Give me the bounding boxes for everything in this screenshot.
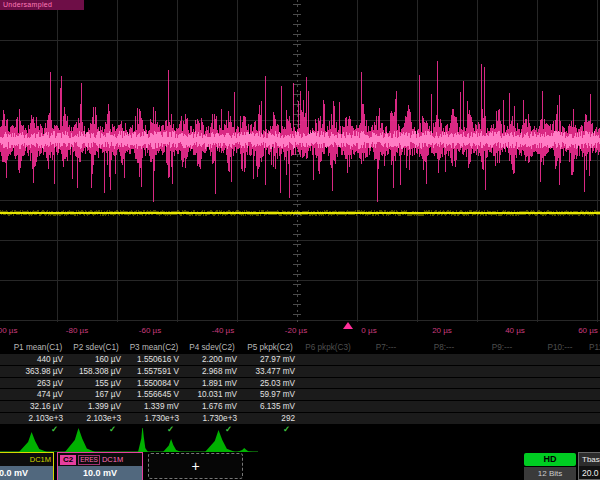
parameter-value [299, 366, 357, 378]
parameter-header[interactable]: P1 mean(C1) [9, 341, 67, 354]
channel-c1-descriptor[interactable]: DC1M 10.0 mV [0, 452, 54, 480]
time-axis-label: -60 µs [139, 326, 161, 335]
parameter-value: 292 [241, 413, 299, 425]
hd-bits-label: 12 Bits [524, 467, 576, 480]
parameter-value: 263 µV [9, 378, 67, 390]
parameter-value [589, 413, 600, 425]
parameter-value: 27.97 mV [241, 354, 299, 366]
time-axis-label: -100 µs [0, 326, 17, 335]
parameter-histicon [163, 439, 181, 452]
parameter-histicon [205, 430, 235, 452]
parameter-value [299, 401, 357, 413]
parameter-value: 1.399 µV [67, 401, 125, 413]
measurement-value-row: 440 µV160 µV1.550616 V2.200 mV27.97 mV [0, 354, 600, 366]
parameter-header[interactable]: P5 pkpk(C2) [241, 341, 299, 354]
table-spacer [0, 401, 9, 413]
parameter-header[interactable]: P7:--- [357, 341, 415, 354]
parameter-value: 158.308 µV [67, 366, 125, 378]
parameter-header[interactable]: P10:--- [531, 341, 589, 354]
measurement-table[interactable]: P1 mean(C1)P2 sdev(C1)P3 mean(C2)P4 sdev… [0, 341, 600, 434]
measurement-value-row: 2.103e+32.103e+31.730e+31.730e+3292 [0, 413, 600, 425]
table-spacer [0, 341, 9, 354]
measurement-value-row: 363.98 µV158.308 µV1.557591 V2.968 mV33.… [0, 366, 600, 378]
c1-scale-value: 10.0 mV [0, 466, 53, 480]
parameter-value [299, 354, 357, 366]
time-axis-label: 20 µs [432, 326, 452, 335]
waveform-grid[interactable] [0, 0, 600, 322]
hd-mode-button[interactable]: HD [524, 453, 576, 466]
parameter-value: 2.103e+3 [9, 413, 67, 425]
add-trace-button[interactable]: + [148, 453, 243, 479]
parameter-value [589, 378, 600, 390]
table-spacer [0, 366, 9, 378]
parameter-value: 1.891 mV [183, 378, 241, 390]
parameter-header[interactable]: P2 sdev(C1) [67, 341, 125, 354]
parameter-value [589, 389, 600, 401]
table-spacer [0, 354, 9, 366]
parameter-value [589, 401, 600, 413]
c2-scale-value: 10.0 mV [58, 466, 142, 480]
parameter-value [357, 389, 415, 401]
parameter-histicon [19, 432, 47, 452]
c2-channel-badge: C2 [60, 455, 76, 465]
parameter-value [589, 366, 600, 378]
parameter-header[interactable]: P4 sdev(C2) [183, 341, 241, 354]
parameter-value: 32.16 µV [9, 401, 67, 413]
parameter-value [299, 389, 357, 401]
measurement-value-row: 474 µV167 µV1.556645 V10.031 mV59.97 mV [0, 389, 600, 401]
measurement-value-row: 263 µV155 µV1.550084 V1.891 mV25.03 mV [0, 378, 600, 390]
bottom-bar: DC1M 10.0 mV C2 ERES DC1M 10.0 mV + HD 1… [0, 452, 600, 480]
oscilloscope-screen: Undersampled -100 µs-80 µs-60 µs-40 µs-2… [0, 0, 600, 480]
parameter-value: 160 µV [67, 354, 125, 366]
parameter-value [531, 401, 589, 413]
parameter-value: 1.550616 V [125, 354, 183, 366]
parameter-value [357, 378, 415, 390]
c2-eres-tag: ERES [78, 455, 100, 465]
trigger-position-marker[interactable] [343, 322, 353, 329]
time-axis-label: -40 µs [212, 326, 234, 335]
channel-c2-descriptor[interactable]: C2 ERES DC1M 10.0 mV [57, 452, 143, 480]
parameter-value [473, 389, 531, 401]
hd-mode-group: HD 12 Bits [524, 453, 576, 480]
time-axis-label: 60 µs [578, 326, 598, 335]
undersampled-warning-badge: Undersampled [0, 0, 84, 10]
parameter-value [473, 354, 531, 366]
parameter-header[interactable]: P6 pkpk(C3) [299, 341, 357, 354]
parameter-value: 1.556645 V [125, 389, 183, 401]
parameter-value [531, 354, 589, 366]
parameter-value: 1.676 mV [183, 401, 241, 413]
parameter-value [415, 378, 473, 390]
parameter-header[interactable]: P8:--- [415, 341, 473, 354]
parameter-header[interactable]: P3 mean(C2) [125, 341, 183, 354]
parameter-value: 1.730e+3 [125, 413, 183, 425]
c1-coupling-label: DC1M [30, 455, 51, 464]
measurement-header-row: P1 mean(C1)P2 sdev(C1)P3 mean(C2)P4 sdev… [0, 341, 600, 354]
time-axis-label: -20 µs [285, 326, 307, 335]
time-axis: -100 µs-80 µs-60 µs-40 µs-20 µs0 µs20 µs… [0, 321, 600, 339]
parameter-value: 59.97 mV [241, 389, 299, 401]
parameter-value [531, 378, 589, 390]
parameter-value: 1.730e+3 [183, 413, 241, 425]
waveform-svg [0, 0, 600, 322]
table-spacer [0, 389, 9, 401]
parameter-value: 440 µV [9, 354, 67, 366]
parameter-value [299, 378, 357, 390]
parameter-value [473, 378, 531, 390]
parameter-value [415, 354, 473, 366]
parameter-value [357, 366, 415, 378]
time-axis-label: 0 µs [361, 326, 376, 335]
time-axis-label: 40 µs [505, 326, 525, 335]
parameter-value: 363.98 µV [9, 366, 67, 378]
parameter-value: 167 µV [67, 389, 125, 401]
c2-coupling-label: DC1M [102, 455, 123, 464]
parameter-value [531, 413, 589, 425]
parameter-value [531, 389, 589, 401]
parameter-value: 1.557591 V [125, 366, 183, 378]
c2-trace[interactable] [0, 61, 599, 202]
parameter-header[interactable]: P9:--- [473, 341, 531, 354]
parameter-value [415, 389, 473, 401]
parameter-value [357, 401, 415, 413]
parameter-header[interactable]: P11:--- [589, 341, 600, 354]
table-spacer [0, 413, 9, 425]
timebase-descriptor[interactable]: Tbase 20.0 µs [578, 452, 600, 480]
